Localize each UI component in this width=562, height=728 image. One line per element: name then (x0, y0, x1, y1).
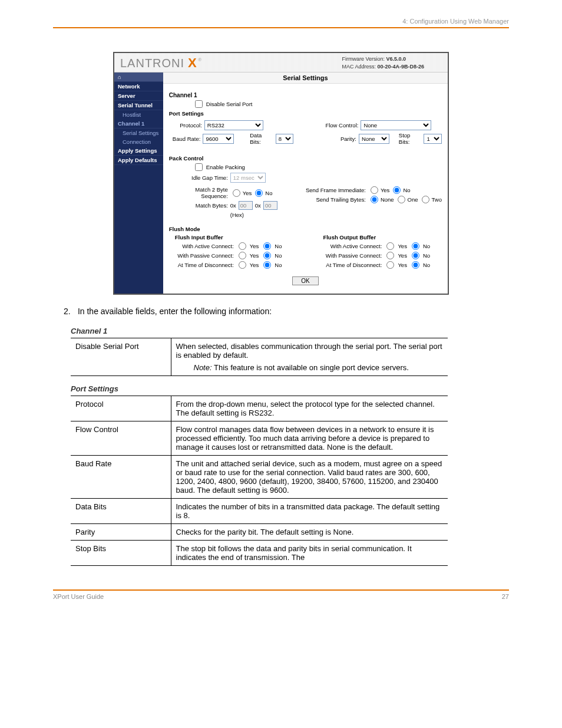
cell-right: Indicates the number of bits in a transm… (171, 499, 448, 524)
svg-text:®: ® (198, 57, 201, 62)
match-bytes-label: Match Bytes: (169, 202, 228, 209)
cell-right: Checks for the parity bit. The default s… (171, 524, 448, 541)
sidebar-item-channel1[interactable]: Channel 1 (114, 119, 163, 129)
send-frame-label: Send Frame Immediate: (301, 187, 366, 193)
out-disc-no[interactable] (412, 261, 419, 269)
parity-label: Parity: (317, 136, 356, 142)
trailing-one-radio[interactable] (398, 196, 405, 203)
out-passive-no[interactable] (412, 252, 419, 259)
databits-select[interactable]: 8 (276, 134, 294, 144)
match-byte2-input[interactable] (263, 201, 277, 210)
table-row: Flow ControlFlow control manages data fl… (71, 421, 448, 456)
in-active-yes[interactable] (239, 242, 246, 250)
baud-select[interactable]: 9600 (203, 134, 234, 144)
in-passive-no[interactable] (263, 252, 271, 259)
flush-output-heading: Flush Output Buffer (317, 234, 442, 241)
screenshot-app-window: LANTRONI X ® Firmware Version: V6.5.0.0 … (113, 52, 449, 295)
in-passive-yes[interactable] (239, 252, 246, 259)
enable-packing-checkbox[interactable] (195, 163, 203, 171)
flow-select[interactable]: None (361, 120, 431, 130)
flow-label: Flow Control: (317, 122, 358, 129)
send-frame-no-radio[interactable] (393, 186, 401, 194)
step-text: In the available fields, enter the follo… (78, 307, 272, 316)
sidebar-item-connection[interactable]: Connection (114, 137, 163, 146)
svg-text:X: X (188, 55, 197, 70)
fw-version: V6.5.0.0 (386, 56, 406, 62)
sidebar-item-apply-defaults[interactable]: Apply Defaults (114, 156, 163, 165)
no-label: No (423, 252, 430, 259)
enable-packing-label: Enable Packing (206, 164, 245, 170)
sidebar: ⌂ Network Server Serial Tunnel Hostlist … (114, 73, 163, 294)
no-label: No (275, 243, 282, 249)
page-title: Serial Settings (163, 73, 448, 84)
disable-serial-port-checkbox[interactable] (195, 100, 203, 108)
mac-address: 00-20-4A-9B-D8-26 (377, 64, 424, 70)
table-row: Disable Serial Port When selected, disab… (71, 338, 448, 376)
channel-heading: Channel 1 (169, 92, 442, 98)
table2-caption: Port Settings (71, 384, 509, 393)
home-icon[interactable]: ⌂ (114, 73, 163, 82)
app-topbar: LANTRONI X ® Firmware Version: V6.5.0.0 … (114, 53, 448, 73)
yes-label: Yes (250, 243, 259, 249)
table-row: ParityChecks for the parity bit. The def… (71, 524, 448, 541)
sidebar-item-network[interactable]: Network (114, 82, 163, 91)
stopbits-select[interactable]: 1 (424, 134, 442, 144)
cell-right: From the drop-down menu, select the prot… (171, 396, 448, 421)
header-text: 4: Configuration Using Web Manager (53, 18, 509, 27)
in-disc-yes[interactable] (239, 261, 246, 269)
cell-left: Flow Control (71, 421, 171, 456)
out-active-yes[interactable] (386, 242, 394, 250)
fw-version-label: Firmware Version: (342, 56, 385, 62)
cell-right: The stop bit follows the data and parity… (171, 541, 448, 566)
trailing-two-radio[interactable] (422, 196, 429, 203)
baud-label: Baud Rate: (169, 136, 201, 142)
out-active-no[interactable] (412, 242, 419, 250)
ok-button[interactable]: OK (292, 276, 318, 285)
header-rule (53, 27, 509, 28)
sidebar-item-server[interactable]: Server (114, 91, 163, 101)
mac-label: MAC Address: (342, 64, 376, 70)
yes-label: Yes (250, 252, 259, 259)
no-label: No (275, 262, 282, 268)
no-label: No (403, 187, 410, 193)
send-trailing-label: Send Trailing Bytes: (301, 196, 366, 203)
yes-label: Yes (398, 262, 407, 268)
cell-left: Disable Serial Port (71, 338, 171, 376)
parity-select[interactable]: None (359, 134, 389, 144)
sidebar-item-serial-settings[interactable]: Serial Settings (114, 129, 163, 137)
sidebar-item-serial-tunnel[interactable]: Serial Tunnel (114, 101, 163, 110)
no-label: No (423, 243, 430, 249)
match2-no-radio[interactable] (255, 189, 263, 197)
no-label: No (423, 262, 430, 268)
cell-right: The unit and attached serial device, suc… (171, 456, 448, 499)
sidebar-item-hostlist[interactable]: Hostlist (114, 110, 163, 119)
pack-control-heading: Pack Control (169, 155, 442, 162)
in-disc-no[interactable] (263, 261, 271, 269)
no-label: No (275, 252, 282, 259)
disable-serial-port-label: Disable Serial Port (206, 101, 253, 107)
match2-yes-radio[interactable] (233, 189, 240, 197)
table-channel1: Disable Serial Port When selected, disab… (71, 338, 448, 376)
idle-gap-select[interactable]: 12 msec (230, 173, 266, 183)
out-disconnect-label: At Time of Disconnect: (317, 262, 382, 268)
table-row: Stop BitsThe stop bit follows the data a… (71, 541, 448, 566)
table1-caption: Channel 1 (71, 327, 509, 335)
yes-label: Yes (398, 252, 407, 259)
flush-input-heading: Flush Input Buffer (169, 234, 294, 241)
out-disc-yes[interactable] (386, 261, 394, 269)
in-active-no[interactable] (263, 242, 271, 250)
protocol-select[interactable]: RS232 (204, 120, 263, 130)
footer-left: XPort User Guide (53, 593, 104, 600)
table-row: Baud RateThe unit and attached serial de… (71, 456, 448, 499)
main-pane: Serial Settings Channel 1 Disable Serial… (163, 73, 448, 294)
sidebar-item-apply-settings[interactable]: Apply Settings (114, 146, 163, 156)
cell-right: When selected, disables communication th… (171, 338, 448, 376)
in-passive-label: With Passive Connect: (169, 252, 234, 259)
opt-none: None (381, 196, 394, 203)
send-frame-yes-radio[interactable] (371, 186, 378, 194)
table-row: ProtocolFrom the drop-down menu, select … (71, 396, 448, 421)
in-active-label: With Active Connect: (169, 243, 234, 249)
match-byte1-input[interactable] (239, 201, 253, 210)
trailing-none-radio[interactable] (371, 196, 378, 203)
out-passive-yes[interactable] (386, 252, 394, 259)
